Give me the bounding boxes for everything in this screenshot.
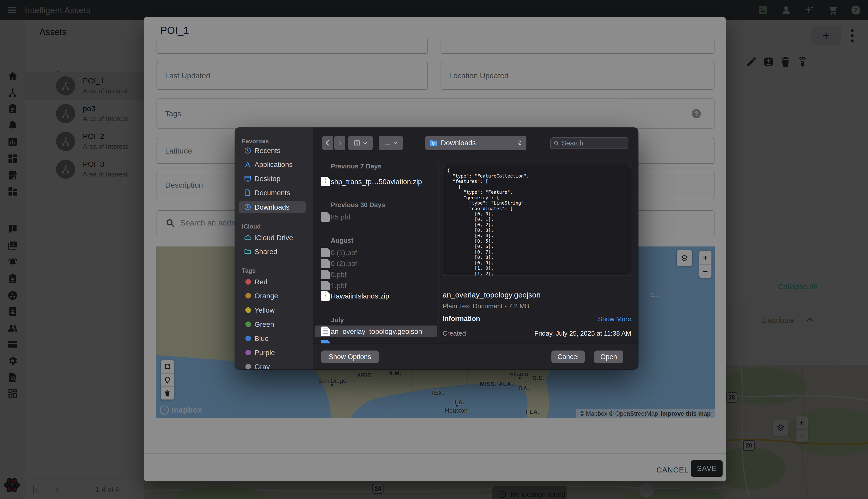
sidebar-item-recents[interactable]: Recents	[235, 144, 313, 157]
finder-search-field[interactable]: Search	[550, 137, 629, 149]
file-icon	[321, 177, 330, 186]
tag-color-dot	[245, 364, 251, 369]
show-more-link[interactable]: Show More	[598, 315, 631, 323]
clock-icon	[244, 147, 251, 154]
file-section-label: August	[331, 236, 354, 244]
sidebar-item-label: iCloud Drive	[255, 234, 293, 242]
file-icon	[321, 270, 330, 279]
finder-sidebar: FavoritesRecentsApplicationsDesktopDocum…	[235, 127, 313, 369]
file-row[interactable]: HawaiinIslands.zip	[314, 290, 437, 302]
column-view-button[interactable]	[348, 136, 373, 150]
file-row[interactable]: an_overlay_topology.geojson	[314, 326, 437, 337]
file-section-label: Previous 30 Days	[331, 201, 385, 209]
blue-file-icon	[321, 340, 330, 343]
file-row[interactable]: 0 (2).pbf	[314, 258, 437, 269]
current-folder: Downloads	[441, 139, 514, 147]
geo-file-icon	[321, 327, 330, 336]
sidebar-section-label: Tags	[242, 267, 256, 274]
sidebar-item-label: Desktop	[255, 175, 281, 183]
file-icon	[321, 212, 330, 222]
sidebar-item-green[interactable]: Green	[235, 318, 313, 330]
zip-file-icon	[321, 177, 330, 186]
sidebar-item-label: Shared	[255, 248, 277, 256]
created-label: Created	[443, 330, 466, 337]
sidebar-item-icloud-drive[interactable]: iCloud Drive	[235, 232, 313, 244]
file-name: 0 (2).pbf	[331, 259, 357, 268]
tag-color-dot	[245, 350, 251, 355]
file-icon	[321, 248, 330, 257]
sidebar-item-red[interactable]: Red	[235, 276, 313, 288]
shared-folder-icon	[244, 248, 251, 255]
sidebar-item-yellow[interactable]: Yellow	[235, 304, 313, 316]
finder-open-button[interactable]: Open	[594, 351, 623, 363]
sidebar-item-downloads[interactable]: Downloads	[235, 201, 313, 213]
cloud-icon	[244, 234, 251, 241]
tag-color-dot	[245, 279, 251, 284]
file-name: an_overlay_topology.geojson	[331, 328, 422, 336]
file-row[interactable]: shp_trans_tp…50aviation.zip	[314, 176, 437, 187]
pbf-file-icon	[321, 270, 330, 279]
file-name: 0.pbf	[331, 271, 346, 279]
group-view-button[interactable]	[379, 136, 403, 150]
file-icon	[321, 259, 330, 268]
sidebar-item-applications[interactable]: Applications	[235, 158, 313, 170]
file-preview-pane: { "type": "FeatureCollection", "features…	[438, 161, 638, 343]
sidebar-item-orange[interactable]: Orange	[235, 290, 313, 302]
file-icon	[321, 340, 330, 343]
file-open-dialog: FavoritesRecentsApplicationsDesktopDocum…	[235, 127, 638, 369]
divider	[443, 341, 631, 341]
sidebar-item-shared[interactable]: Shared	[235, 245, 313, 258]
document-icon	[244, 189, 251, 196]
tag-color-dot	[245, 293, 251, 299]
appstore-icon	[244, 161, 251, 168]
preview-filename: an_overlay_topology.geojson	[443, 291, 541, 299]
file-name: 85.pbf	[331, 213, 350, 221]
file-section-label: July	[331, 316, 344, 324]
pbf-file-icon	[321, 248, 330, 257]
file-row[interactable]: 0 (1).pbf	[314, 247, 437, 258]
sidebar-item-label: Green	[255, 320, 274, 329]
sidebar-item-purple[interactable]: Purple	[235, 346, 313, 358]
download-icon	[244, 203, 251, 211]
finder-footer: Show Options Cancel Open	[313, 343, 638, 369]
sidebar-item-label: Yellow	[255, 306, 275, 314]
file-row[interactable]: 1.pbf	[314, 280, 437, 291]
preview-kind-size: Plain Text Document - 7.2 MB	[443, 302, 529, 310]
file-row[interactable]: 85.pbf	[314, 211, 437, 223]
file-row[interactable]: 0.pbf	[314, 269, 437, 280]
file-name: shp_trans_tp…50aviation.zip	[331, 178, 422, 186]
pbf-file-icon	[321, 281, 330, 290]
zip-file-icon	[321, 291, 330, 301]
desktop-icon	[244, 175, 251, 182]
file-name: HawaiinIslands.zip	[331, 292, 389, 300]
file-content-preview: { "type": "FeatureCollection", "features…	[443, 165, 631, 276]
file-row[interactable]	[314, 339, 437, 343]
pbf-file-icon	[321, 259, 330, 268]
finder-cancel-button[interactable]: Cancel	[551, 351, 585, 363]
file-name: 1.pbf	[331, 282, 346, 290]
file-section-label: Previous 7 Days	[331, 162, 382, 170]
sidebar-item-label: Documents	[255, 189, 290, 197]
sidebar-item-gray[interactable]: Gray	[235, 361, 313, 369]
tag-color-dot	[245, 321, 251, 327]
divider	[313, 174, 438, 174]
pbf-file-icon	[321, 212, 330, 222]
sidebar-item-label: Purple	[255, 349, 275, 357]
sidebar-item-documents[interactable]: Documents	[235, 187, 313, 199]
file-icon	[321, 327, 330, 336]
sidebar-item-label: Gray	[255, 363, 270, 369]
sidebar-item-label: Orange	[255, 292, 278, 300]
tag-color-dot	[245, 336, 251, 341]
file-icon	[321, 291, 330, 301]
file-name: 0 (1).pbf	[331, 249, 357, 257]
location-dropdown[interactable]: Downloads	[425, 136, 526, 150]
sidebar-item-label: Applications	[255, 161, 293, 169]
sidebar-item-label: Red	[255, 278, 268, 286]
forward-button[interactable]	[334, 136, 345, 150]
show-options-button[interactable]: Show Options	[321, 351, 379, 363]
sidebar-item-blue[interactable]: Blue	[235, 332, 313, 344]
sidebar-item-desktop[interactable]: Desktop	[235, 172, 313, 185]
tag-color-dot	[245, 307, 251, 313]
back-button[interactable]	[322, 136, 333, 150]
file-list: Previous 7 Daysshp_trans_tp…50aviation.z…	[313, 161, 438, 343]
